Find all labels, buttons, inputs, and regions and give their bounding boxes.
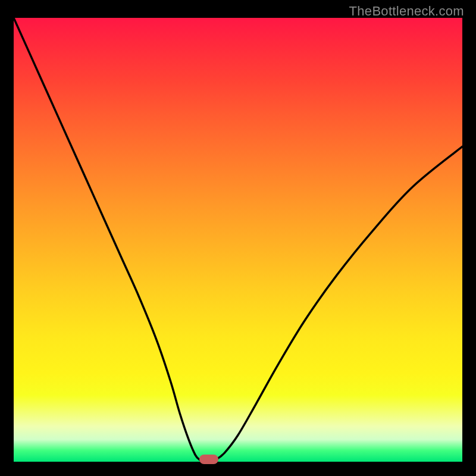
plot-area (14, 18, 462, 462)
bottleneck-curve (14, 18, 462, 460)
curve-svg (14, 18, 462, 462)
watermark-text: TheBottleneck.com (349, 4, 464, 19)
optimal-point-marker (199, 455, 218, 464)
chart-container: TheBottleneck.com (0, 0, 476, 476)
